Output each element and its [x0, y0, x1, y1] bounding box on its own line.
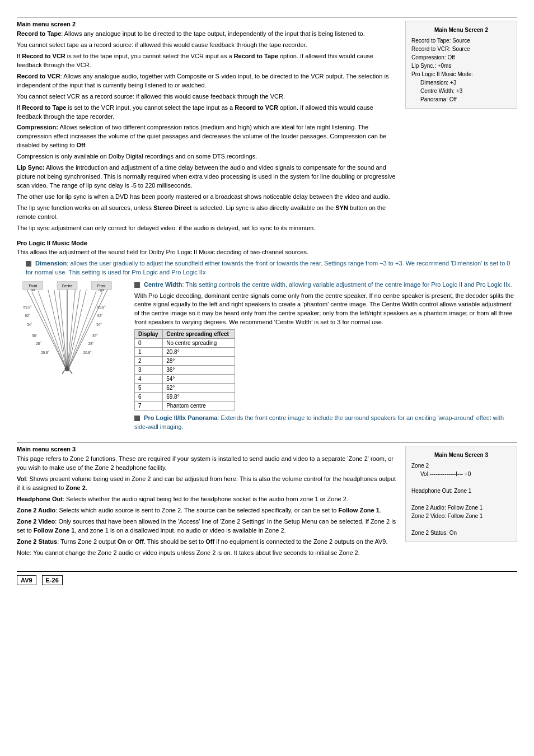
svg-text:62°: 62°	[25, 313, 30, 317]
table-row: 454°	[135, 375, 235, 384]
table-cell-display: 3	[135, 366, 163, 375]
svg-text:62°: 62°	[97, 313, 103, 317]
section3-title: Main menu screen 3	[17, 446, 396, 452]
sidebar3-line4: Zone 2 Audio: Follow Zone 1	[411, 503, 511, 512]
centre-width-label: Centre Width	[144, 281, 182, 288]
p-zone2-video: Zone 2 Video: Only sources that have bee…	[17, 517, 396, 535]
table-cell-display: 5	[135, 384, 163, 393]
svg-line-18	[59, 290, 67, 371]
section1-title: Main menu screen 2	[17, 21, 396, 27]
svg-text:Front: Front	[97, 283, 106, 287]
sidebar1-line5: Pro Logic II Music Mode:	[411, 70, 511, 78]
section3: Main menu screen 3 This page refers to Z…	[17, 442, 517, 559]
svg-line-14	[48, 290, 67, 371]
sidebar3-line3: Headphone Out: Zone 1	[411, 487, 511, 495]
dimension-bullet-icon	[26, 261, 31, 267]
sidebar3-lines: Zone 2 Vol:--------------I--- +0 Headpho…	[411, 461, 511, 537]
svg-text:69.8°: 69.8°	[97, 305, 106, 309]
svg-text:54°: 54°	[27, 323, 32, 326]
sidebar3-line2: Vol:--------------I--- +0	[420, 470, 511, 478]
page-footer: AV9 E-26	[17, 571, 517, 585]
table-cell-effect: 28°	[163, 357, 235, 366]
svg-line-9	[67, 290, 107, 371]
svg-text:20.8°: 20.8°	[83, 351, 92, 354]
speaker-diagram-svg: Front left Centre Front right	[17, 281, 118, 381]
dimension-label: Dimension	[35, 260, 67, 267]
dimension-para: Dimension: allows the user gradually to …	[26, 259, 517, 277]
sidebar1-lines: Record to Tape: Source Record to VCR: So…	[411, 36, 511, 104]
p-lip-sync-note3: The lip sync adjustment can only correct…	[17, 224, 396, 233]
table-row: 562°	[135, 384, 235, 393]
p-tape-vcr-note: If Record to Tape is set to the VCR inpu…	[17, 104, 396, 122]
pro-logic-text-area: Centre Width: This setting controls the …	[134, 281, 517, 435]
svg-text:left: left	[31, 288, 35, 291]
centre-width-para: Centre Width: This setting controls the …	[134, 281, 517, 290]
sidebar3-line5: Zone 2 Video: Follow Zone 1	[411, 512, 511, 520]
panorama-para: Pro Logic II/IIx Panorama: Extends the f…	[134, 414, 517, 432]
record-tape-label: Record to Tape	[17, 30, 61, 37]
speaker-diagram-area: Front left Centre Front right	[17, 281, 129, 435]
svg-text:36°: 36°	[32, 333, 38, 337]
sidebar3-line1: Zone 2	[411, 461, 511, 470]
svg-line-10	[32, 291, 67, 371]
section3-rule	[17, 442, 517, 442]
svg-text:28°: 28°	[88, 342, 94, 346]
svg-line-17	[67, 290, 80, 371]
table-cell-display: 2	[135, 357, 163, 366]
p-tape-feedback1: You cannot select tape as a record sourc…	[17, 41, 396, 50]
section1-main: Main menu screen 2 Record to Tape: Allow…	[17, 21, 396, 235]
sidebar1-title: Main Menu Screen 2	[411, 26, 511, 34]
centre-spreading-table: Display Centre spreading effect 0No cent…	[134, 329, 235, 410]
svg-line-19	[67, 290, 75, 371]
svg-text:36°: 36°	[92, 333, 98, 337]
sidebar1-line3: Compression: Off	[411, 53, 511, 62]
table-row: 228°	[135, 357, 235, 366]
sidebar1-line2: Record to VCR: Source	[411, 45, 511, 53]
section1-sidebar: Main Menu Screen 2 Record to Tape: Sourc…	[405, 21, 517, 109]
table-cell-display: 7	[135, 402, 163, 410]
section1-layout: Main menu screen 2 Record to Tape: Allow…	[17, 21, 517, 235]
panorama-bullet-icon	[134, 416, 140, 421]
table-row: 120.8°	[135, 348, 235, 357]
p-vcr-tape-note: If Record to VCR is set to the tape inpu…	[17, 52, 396, 70]
table-row: 0No centre spreading	[135, 339, 235, 348]
table-cell-effect: No centre spreading	[163, 339, 235, 348]
svg-line-35	[70, 370, 73, 374]
dimension-text: : allows the user gradually to adjust th…	[26, 260, 510, 276]
p-vol: Vol: Shows present volume being used in …	[17, 475, 396, 493]
section2: Pro Logic II Music Mode This allows the …	[17, 240, 517, 434]
table-row: 669.8°	[135, 393, 235, 402]
p-record-tape: Record to Tape: Allows any analogue inpu…	[17, 30, 396, 39]
table-cell-display: 6	[135, 393, 163, 402]
sidebar1-line4: Lip Sync.: +0ms	[411, 62, 511, 70]
sidebar1-line1: Record to Tape: Source	[411, 36, 511, 45]
table-cell-display: 4	[135, 375, 163, 384]
svg-point-33	[65, 366, 70, 371]
centre-width-bullet-icon	[134, 282, 140, 288]
svg-text:Centre: Centre	[62, 283, 73, 287]
section3-layout: Main menu screen 3 This page refers to Z…	[17, 446, 517, 559]
svg-line-8	[27, 290, 67, 371]
section3-main: Main menu screen 3 This page refers to Z…	[17, 446, 396, 559]
sidebar1-line8: Panorama: Off	[420, 95, 511, 104]
page-number: E-26	[42, 575, 63, 585]
centre-width-body: With Pro Logic decoding, dominant centre…	[134, 292, 517, 328]
svg-text:right: right	[99, 288, 105, 291]
section3-sidebar: Main Menu Screen 3 Zone 2 Vol:----------…	[405, 446, 517, 542]
svg-text:Front: Front	[29, 283, 37, 287]
p-headphone-out: Headphone Out: Selects whether the audio…	[17, 495, 396, 504]
table-cell-effect: 36°	[163, 366, 235, 375]
pro-logic-layout: Front left Centre Front right	[17, 281, 517, 435]
p-vcr-feedback: You cannot select VCR as a record source…	[17, 92, 396, 101]
panorama-label: Pro Logic II/IIx Panorama	[144, 414, 217, 421]
table-cell-display: 0	[135, 339, 163, 348]
table-cell-effect: 69.8°	[163, 393, 235, 402]
sidebar3-title: Main Menu Screen 3	[411, 451, 511, 459]
svg-line-11	[67, 291, 102, 371]
section1: Main menu screen 2 Record to Tape: Allow…	[17, 17, 517, 235]
section2-title: Pro Logic II Music Mode	[17, 240, 517, 246]
table-row: 336°	[135, 366, 235, 375]
table-header-effect: Centre spreading effect	[163, 330, 235, 339]
page-content: Main menu screen 2 Record to Tape: Allow…	[17, 17, 517, 585]
svg-line-15	[67, 290, 86, 371]
